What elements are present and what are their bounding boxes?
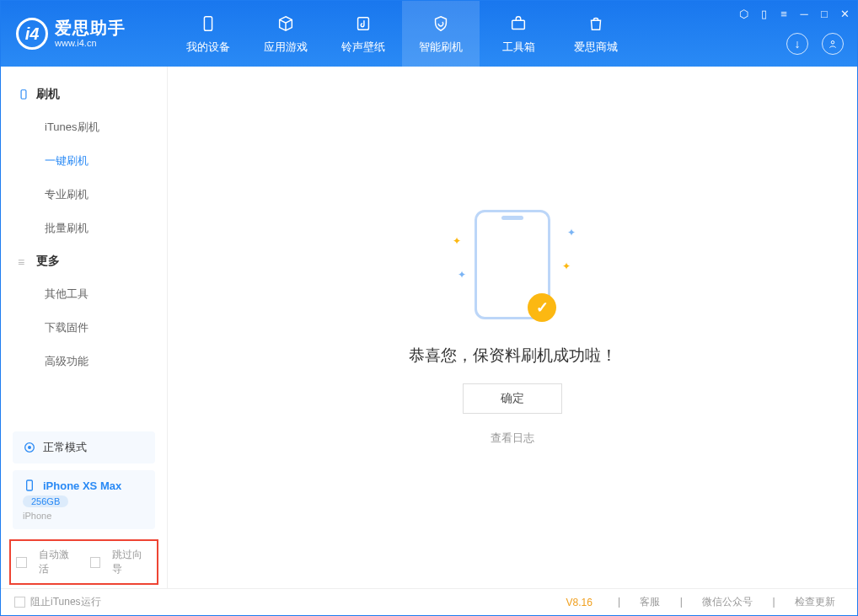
spark-icon: ✦ bbox=[562, 260, 571, 272]
app-window: i4 爱思助手 www.i4.cn 我的设备 应用游戏 铃声壁纸 智能刷机 bbox=[0, 0, 858, 616]
section-title: 刷机 bbox=[36, 87, 60, 102]
device-icon bbox=[18, 88, 29, 100]
success-illustration: ✦ ✦ ✦ ✦ ✓ bbox=[475, 210, 550, 319]
svg-rect-1 bbox=[358, 18, 369, 30]
sidebar-item-pro-flash[interactable]: 专业刷机 bbox=[1, 178, 167, 212]
spark-icon: ✦ bbox=[567, 227, 576, 238]
svg-rect-4 bbox=[21, 90, 26, 99]
success-message: 恭喜您，保资料刷机成功啦！ bbox=[409, 345, 617, 367]
tab-ringtones[interactable]: 铃声壁纸 bbox=[324, 1, 402, 67]
shield-refresh-icon bbox=[430, 13, 452, 35]
options-row: 自动激活 跳过向导 bbox=[9, 539, 158, 585]
label-auto-activate: 自动激活 bbox=[39, 548, 78, 576]
phone-icon bbox=[197, 13, 219, 35]
tab-label: 智能刷机 bbox=[419, 40, 463, 55]
sidebar-item-download-firmware[interactable]: 下载固件 bbox=[1, 311, 167, 345]
spark-icon: ✦ bbox=[453, 235, 461, 247]
footer-link-update[interactable]: 检查更新 bbox=[795, 596, 835, 608]
svg-rect-0 bbox=[204, 17, 212, 31]
tab-label: 应用游戏 bbox=[264, 40, 308, 55]
sidebar-item-advanced[interactable]: 高级功能 bbox=[1, 345, 167, 378]
checkbox-block-itunes[interactable] bbox=[14, 597, 25, 608]
check-icon: ✓ bbox=[528, 293, 556, 322]
svg-point-6 bbox=[28, 446, 31, 449]
sidebar-item-oneclick-flash[interactable]: 一键刷机 bbox=[1, 144, 167, 178]
tab-label: 爱思商城 bbox=[574, 40, 618, 55]
footer: 阻止iTunes运行 V8.16 | 客服 | 微信公众号 | 检查更新 bbox=[1, 588, 857, 615]
top-tabs: 我的设备 应用游戏 铃声壁纸 智能刷机 工具箱 爱思商城 bbox=[169, 1, 635, 67]
brand-site: www.i4.cn bbox=[55, 38, 126, 48]
minimize-button[interactable]: ─ bbox=[798, 8, 810, 19]
header: i4 爱思助手 www.i4.cn 我的设备 应用游戏 铃声壁纸 智能刷机 bbox=[1, 1, 857, 67]
download-icon[interactable]: ↓ bbox=[786, 33, 808, 55]
music-icon bbox=[352, 13, 374, 35]
menu-icon[interactable]: ≡ bbox=[778, 8, 790, 19]
footer-link-wechat[interactable]: 微信公众号 bbox=[702, 596, 753, 608]
label-skip-guide: 跳过向导 bbox=[112, 548, 152, 576]
phone-illustration: ✓ bbox=[475, 210, 550, 319]
footer-link-support[interactable]: 客服 bbox=[640, 596, 660, 608]
bag-icon bbox=[585, 13, 607, 35]
device-name: iPhone XS Max bbox=[43, 479, 121, 492]
logo: i4 爱思助手 www.i4.cn bbox=[1, 18, 169, 50]
tab-label: 我的设备 bbox=[186, 40, 230, 55]
side-nav: 刷机 iTunes刷机 一键刷机 专业刷机 批量刷机 ≡ 更多 其他工具 下载固… bbox=[1, 67, 167, 428]
close-button[interactable]: ✕ bbox=[839, 8, 850, 19]
svg-rect-2 bbox=[512, 20, 525, 29]
section-title: 更多 bbox=[36, 254, 60, 269]
logo-icon: i4 bbox=[16, 18, 48, 50]
ok-button[interactable]: 确定 bbox=[463, 383, 562, 414]
mode-box[interactable]: 正常模式 bbox=[13, 431, 155, 463]
tab-label: 铃声壁纸 bbox=[341, 40, 385, 55]
section-more: ≡ 更多 bbox=[1, 245, 167, 277]
phone-outline-icon bbox=[23, 479, 36, 492]
list-icon: ≡ bbox=[18, 255, 29, 267]
tshirt-icon[interactable]: ⬡ bbox=[737, 8, 749, 19]
tab-store[interactable]: 爱思商城 bbox=[557, 1, 635, 67]
sidebar-item-itunes-flash[interactable]: iTunes刷机 bbox=[1, 110, 167, 144]
main-content: ✦ ✦ ✦ ✦ ✓ 恭喜您，保资料刷机成功啦！ 确定 查看日志 bbox=[168, 67, 857, 588]
checkbox-auto-activate[interactable] bbox=[16, 557, 27, 568]
tab-label: 工具箱 bbox=[502, 40, 535, 55]
window-controls: ⬡ ▯ ≡ ─ □ ✕ bbox=[737, 8, 850, 19]
sidebar-item-other-tools[interactable]: 其他工具 bbox=[1, 277, 167, 311]
tab-apps[interactable]: 应用游戏 bbox=[247, 1, 324, 67]
lock-icon[interactable]: ▯ bbox=[758, 8, 770, 19]
device-box[interactable]: iPhone XS Max 256GB iPhone bbox=[13, 470, 155, 529]
mode-label: 正常模式 bbox=[43, 440, 87, 455]
section-flash: 刷机 bbox=[1, 78, 167, 110]
toolbox-icon bbox=[507, 13, 529, 35]
tab-flash[interactable]: 智能刷机 bbox=[402, 1, 480, 67]
label-block-itunes: 阻止iTunes运行 bbox=[30, 595, 101, 609]
sidebar: 刷机 iTunes刷机 一键刷机 专业刷机 批量刷机 ≡ 更多 其他工具 下载固… bbox=[1, 67, 168, 588]
svg-rect-7 bbox=[27, 480, 33, 490]
svg-point-3 bbox=[831, 41, 834, 45]
maximize-button[interactable]: □ bbox=[818, 8, 830, 19]
body: 刷机 iTunes刷机 一键刷机 专业刷机 批量刷机 ≡ 更多 其他工具 下载固… bbox=[1, 67, 857, 588]
device-type: iPhone bbox=[23, 511, 51, 521]
tab-my-device[interactable]: 我的设备 bbox=[169, 1, 247, 67]
version: V8.16 bbox=[566, 597, 593, 608]
sidebar-item-batch-flash[interactable]: 批量刷机 bbox=[1, 212, 167, 245]
checkbox-skip-guide[interactable] bbox=[90, 557, 101, 568]
spark-icon: ✦ bbox=[458, 269, 466, 281]
brand-name: 爱思助手 bbox=[55, 19, 126, 36]
cube-icon bbox=[275, 13, 297, 35]
view-log-link[interactable]: 查看日志 bbox=[491, 431, 534, 446]
tab-toolbox[interactable]: 工具箱 bbox=[480, 1, 557, 67]
user-icon[interactable] bbox=[822, 33, 844, 55]
refresh-icon bbox=[23, 441, 36, 454]
header-actions: ↓ bbox=[786, 33, 844, 55]
footer-links: | 客服 | 微信公众号 | 检查更新 bbox=[609, 595, 844, 609]
device-capacity: 256GB bbox=[23, 495, 68, 507]
